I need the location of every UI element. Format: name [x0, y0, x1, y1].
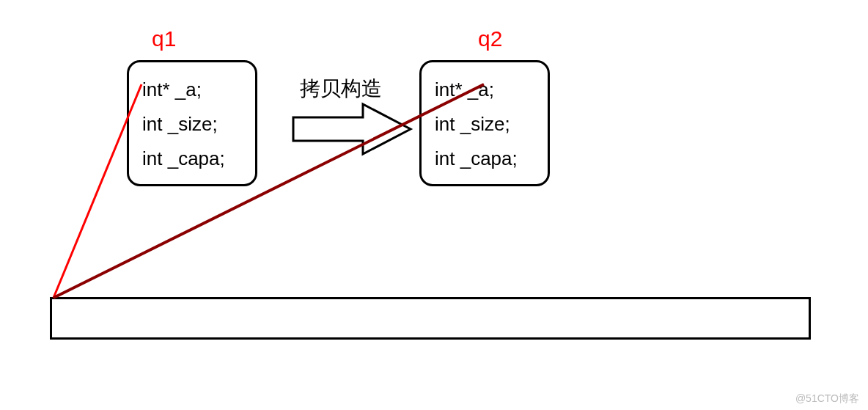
box1-line1: int* _a;: [142, 73, 242, 107]
label-q1: q1: [152, 26, 176, 51]
box1-line3: int _capa;: [142, 142, 242, 176]
arrow-label: 拷贝构造: [300, 75, 382, 103]
struct-box-q1: int* _a; int _size; int _capa;: [127, 60, 257, 186]
box2-line2: int _size;: [435, 107, 534, 142]
label-q2: q2: [478, 26, 502, 51]
box2-line3: int _capa;: [435, 142, 534, 176]
watermark: @51CTO博客: [795, 392, 859, 406]
box1-line2: int _size;: [142, 107, 242, 142]
box2-line1: int* _a;: [435, 73, 534, 107]
struct-box-q2: int* _a; int _size; int _capa;: [419, 60, 550, 186]
memory-bar: [50, 297, 811, 340]
